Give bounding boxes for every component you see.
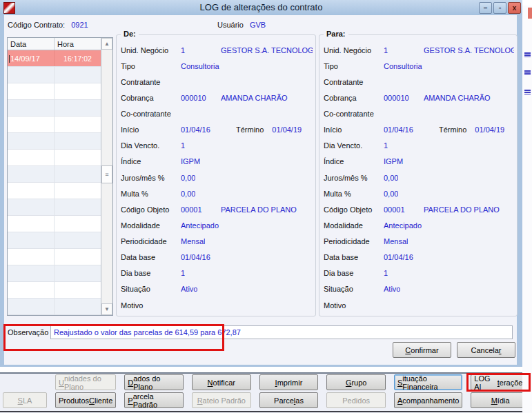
field-row: Unid. Negócio1GESTOR S.A. TECNOLOGIA DA … <box>324 42 514 58</box>
maximize-button[interactable]: ▫ <box>493 2 506 14</box>
field-value: 0,00 <box>384 190 398 198</box>
field-label: Modalidade <box>324 221 384 230</box>
field-row: Multa %0,00 <box>324 185 514 201</box>
field-row: Contratante <box>324 74 514 90</box>
background-window-fragment <box>524 70 531 75</box>
field-label: Periodicidade <box>121 237 181 245</box>
table-row[interactable]: 14/09/1716:17:02 <box>8 50 101 67</box>
sla-button[interactable]: SLA <box>3 392 47 408</box>
title-bar[interactable]: LOG de alterações do contrato – ▫ x <box>0 0 522 15</box>
field-label: Dia Vencto. <box>324 141 384 150</box>
table-row[interactable] <box>8 232 101 249</box>
table-row[interactable] <box>8 199 101 216</box>
field-value: Antecipado <box>384 221 422 230</box>
field-label: Co-contratante <box>324 110 384 118</box>
field-description: PARCELA DO PLANO <box>221 205 297 214</box>
table-header: Data Hora <box>8 38 101 50</box>
usuario-label: Usuário <box>217 21 244 29</box>
field-code: 00001 <box>384 205 424 214</box>
text-caret <box>9 55 10 63</box>
field-label: Juros/mês % <box>121 174 181 182</box>
pedidos-button[interactable]: Pedidos <box>326 392 386 408</box>
midia-button[interactable]: Mídia <box>471 392 530 408</box>
panel-para-title: Para: <box>324 30 348 38</box>
table-row[interactable] <box>8 67 101 83</box>
dados-do-plano-button[interactable]: Dados do Plano <box>124 374 184 390</box>
field-value: Mensal <box>384 237 408 245</box>
field-label: Contratante <box>324 78 384 86</box>
field-value: Antecipado <box>181 221 219 230</box>
confirmar-button[interactable]: Confirmar <box>393 342 451 358</box>
field-label: Data base <box>324 253 384 261</box>
parcela-padrao-button[interactable]: Parcela Padrão <box>124 392 184 408</box>
table-row[interactable] <box>8 133 101 150</box>
notificar-button[interactable]: Notificar <box>192 374 251 390</box>
field-label: Dia Vencto. <box>121 141 181 150</box>
field-label: Cobrança <box>324 94 384 102</box>
field-label: Multa % <box>121 190 181 198</box>
dialog-content: Código Contrato: 0921 Usuário GVB Data H… <box>4 15 517 365</box>
field-description: PARCELA DO PLANO <box>424 205 500 214</box>
parcelas-button[interactable]: Parcelas <box>259 392 319 408</box>
field-row: Cobrança000010AMANDA CHARÃO <box>324 90 514 105</box>
field-row: Data base01/04/16 <box>324 250 514 265</box>
panel-para: Para: Unid. Negócio1GESTOR S.A. TECNOLOG… <box>319 34 518 316</box>
table-row[interactable] <box>8 83 101 100</box>
imprimir-button[interactable]: Imprimir <box>259 374 319 390</box>
column-header-hora[interactable]: Hora <box>55 38 101 50</box>
window-title: LOG de alterações do contrato <box>0 2 522 12</box>
background-window-sliver <box>522 6 532 413</box>
usuario-value: GVB <box>250 21 266 29</box>
field-code: 1 <box>384 46 424 54</box>
table-row[interactable] <box>8 183 101 199</box>
field-row: Co-contratante <box>324 106 514 122</box>
field-code: 00001 <box>181 205 221 214</box>
scrollbar-thumb[interactable]: ≡ <box>101 165 112 183</box>
field-row: Co-contratante <box>121 106 313 122</box>
cancelar-button[interactable]: Cancelar <box>457 342 515 358</box>
field-value: 1 <box>181 269 185 277</box>
table-row[interactable] <box>8 265 101 282</box>
field-label: Código Objeto <box>121 205 181 214</box>
close-button[interactable]: x <box>508 2 521 14</box>
acompanhamento-button[interactable]: Acompanhamento <box>394 392 462 408</box>
table-row[interactable] <box>8 166 101 183</box>
field-label: Código Objeto <box>324 205 384 214</box>
codigo-contrato-value: 0921 <box>71 21 88 29</box>
column-header-data[interactable]: Data <box>8 38 55 50</box>
field-value: 1 <box>384 141 388 150</box>
field-value: 0,00 <box>181 190 195 198</box>
field-row: TipoConsultoria <box>121 58 313 74</box>
field-code: 000010 <box>181 94 221 102</box>
table-row[interactable] <box>8 249 101 265</box>
scroll-down-icon[interactable]: ▼ <box>101 303 112 315</box>
window-bottom-border <box>0 411 532 412</box>
table-row[interactable] <box>8 100 101 117</box>
field-value: 01/04/16 <box>384 253 413 261</box>
table-row[interactable] <box>8 117 101 133</box>
produtos-cliente-button[interactable]: Produtos Cliente <box>55 392 116 408</box>
table-row[interactable] <box>8 299 101 315</box>
field-row: PeriodicidadeMensal <box>121 234 313 250</box>
grupo-button[interactable]: Grupo <box>326 374 386 390</box>
field-code: 1 <box>181 46 221 54</box>
field-label: Motivo <box>121 301 181 310</box>
table-row[interactable] <box>8 282 101 299</box>
background-window-fragment <box>528 8 532 19</box>
unidades-do-plano-button[interactable]: Unidades do Plano <box>55 374 116 390</box>
field-label: Cobrança <box>121 94 181 102</box>
field-code: 000010 <box>384 94 424 102</box>
field-row: Dia Vencto.1 <box>121 138 313 154</box>
minimize-button[interactable]: – <box>479 2 492 14</box>
situacao-financeira-button[interactable]: Situação Financeira <box>394 374 462 390</box>
field-value: Consultoria <box>181 62 219 70</box>
table-scrollbar[interactable]: ▲ ≡ ▼ <box>101 38 112 315</box>
scroll-up-icon[interactable]: ▲ <box>101 38 112 50</box>
table-row[interactable] <box>8 150 101 166</box>
field-label: Tipo <box>121 62 181 70</box>
field-row: Dia Vencto.1 <box>324 138 514 154</box>
field-row: Data base01/04/16 <box>121 250 313 265</box>
field-description: GESTOR S.A. TECNOLOGIA DA INFORMACA <box>221 46 313 54</box>
rateio-padrao-button[interactable]: Rateio Padrão <box>192 392 251 408</box>
table-row[interactable] <box>8 216 101 232</box>
